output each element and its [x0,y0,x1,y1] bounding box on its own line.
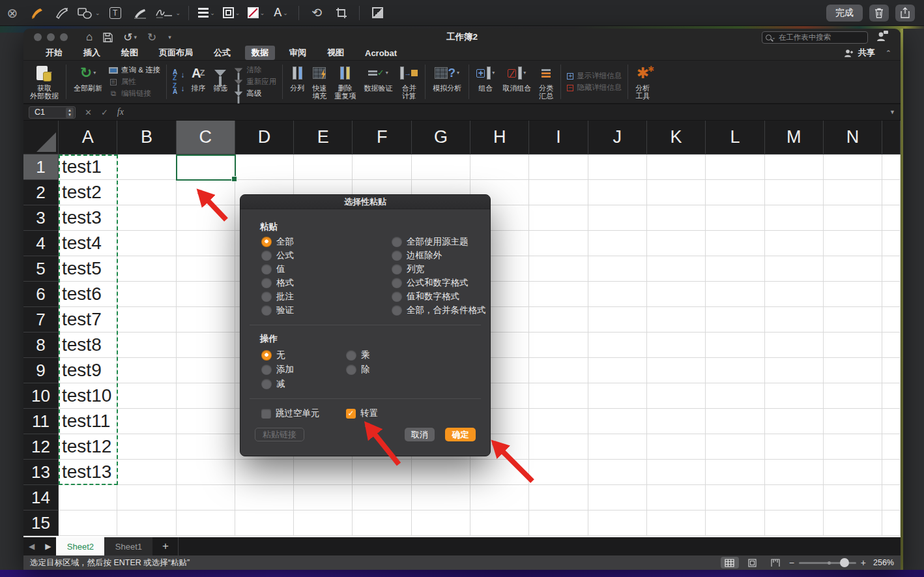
add-sheet-button[interactable]: + [152,537,179,555]
cell-K4[interactable] [647,231,706,256]
cell-F13[interactable] [353,460,411,485]
ok-button[interactable]: 确定 [445,428,476,441]
name-box-stepper[interactable]: ▲▼ [66,108,74,118]
cell-B5[interactable] [117,256,176,282]
cell-B10[interactable] [117,383,176,409]
cell-M3[interactable] [765,205,824,231]
cell-N12[interactable] [824,434,882,460]
column-header-F[interactable]: F [353,121,411,155]
column-header-B[interactable]: B [117,121,176,155]
radio-column-widths[interactable]: 列宽 [392,263,424,275]
cell-C3[interactable] [177,205,235,231]
row-header-10[interactable]: 10 [23,383,59,409]
row-header-9[interactable]: 9 [23,358,59,383]
cell-I12[interactable] [529,434,588,460]
cell-J12[interactable] [588,434,647,460]
cell-L7[interactable] [706,307,764,333]
what-if-analysis-button[interactable]: ?▾ 模拟分析 [429,61,465,103]
cell-K5[interactable] [647,256,706,282]
border-style-icon[interactable]: ⌄ [222,4,241,22]
column-header-L[interactable]: L [706,121,764,155]
cell-B3[interactable] [117,205,176,231]
filter-button[interactable]: 筛选 [209,61,231,103]
row-header-13[interactable]: 13 [23,460,59,485]
cell-A3[interactable]: test3 [59,205,117,231]
line-weight-icon[interactable]: ⌄ [197,4,216,22]
cell-I7[interactable] [529,307,588,333]
cell-K7[interactable] [647,307,706,333]
cell-K6[interactable] [647,282,706,307]
text-style-icon[interactable]: A⌄ [271,4,291,22]
cell-G15[interactable] [412,510,470,536]
radio-formulas[interactable]: 公式 [261,250,294,261]
cell-N11[interactable] [824,409,882,434]
cell-N4[interactable] [824,231,882,256]
cell-A13[interactable]: test13 [59,460,117,485]
radio-add[interactable]: 添加 [261,364,294,376]
column-header-J[interactable]: J [588,121,647,155]
flash-fill-button[interactable]: 快速填充 [308,61,330,103]
cell-B14[interactable] [117,485,176,510]
cell-C6[interactable] [177,282,235,307]
row-header-7[interactable]: 7 [23,307,59,333]
row-header-5[interactable]: 5 [23,256,59,282]
cancel-entry-icon[interactable]: ✕ [85,108,92,117]
share-button-label[interactable]: 共享 [858,47,875,59]
cell-J6[interactable] [588,282,647,307]
cell-C12[interactable] [177,434,235,460]
cell-A8[interactable]: test8 [59,333,117,358]
row-header-1[interactable]: 1 [23,155,59,180]
cell-A7[interactable]: test7 [59,307,117,333]
cell-J10[interactable] [588,383,647,409]
row-header-6[interactable]: 6 [23,282,59,307]
cell-E13[interactable] [294,460,353,485]
cell-M1[interactable] [765,155,824,180]
cell-E14[interactable] [294,485,353,510]
cell-B12[interactable] [117,434,176,460]
cell-C13[interactable] [177,460,235,485]
cell-I8[interactable] [529,333,588,358]
cell-N2[interactable] [824,180,882,205]
cell-I6[interactable] [529,282,588,307]
cell-A4[interactable]: test4 [59,231,117,256]
cell-N9[interactable] [824,358,882,383]
cell-J9[interactable] [588,358,647,383]
zoom-level[interactable]: 256% [873,558,894,567]
skip-blanks-checkbox[interactable]: 跳过空单元 [261,407,320,419]
radio-all-source-theme[interactable]: 全部使用源主题 [392,236,469,248]
cell-N3[interactable] [824,205,882,231]
column-header-M[interactable]: M [765,121,824,155]
radio-all[interactable]: 全部 [261,236,294,248]
cell-A10[interactable]: test10 [59,383,117,409]
cell-A15[interactable] [59,510,117,536]
cell-B13[interactable] [117,460,176,485]
remove-duplicates-button[interactable]: 删除重复项 [330,61,360,103]
cell-M10[interactable] [765,383,824,409]
compare-icon[interactable] [368,4,387,22]
cell-K13[interactable] [647,460,706,485]
cell-A14[interactable] [59,485,117,510]
tab-formulas[interactable]: 公式 [207,46,237,60]
transpose-checkbox[interactable]: ✓转置 [346,407,378,419]
cell-K10[interactable] [647,383,706,409]
zoom-slider[interactable] [799,562,856,564]
column-header-D[interactable]: D [235,121,294,155]
column-header-I[interactable]: I [529,121,588,155]
sketch-pen-icon[interactable] [27,4,47,22]
normal-view-button[interactable] [721,557,739,569]
row-header-11[interactable]: 11 [23,409,59,434]
cell-M5[interactable] [765,256,824,282]
tab-acrobat[interactable]: Acrobat [358,47,403,59]
cell-D13[interactable] [235,460,294,485]
tab-insert[interactable]: 插入 [77,46,107,60]
cell-N5[interactable] [824,256,882,282]
tab-data[interactable]: 数据 [245,46,275,60]
tab-view[interactable]: 视图 [321,46,351,60]
cell-D14[interactable] [235,485,294,510]
cell-J5[interactable] [588,256,647,282]
cell-C9[interactable] [177,358,235,383]
refresh-all-button[interactable]: ↻▾ 全部刷新 [70,61,106,103]
cell-M13[interactable] [765,460,824,485]
cell-J11[interactable] [588,409,647,434]
collapse-ribbon-icon[interactable]: ⌃ [886,49,891,57]
